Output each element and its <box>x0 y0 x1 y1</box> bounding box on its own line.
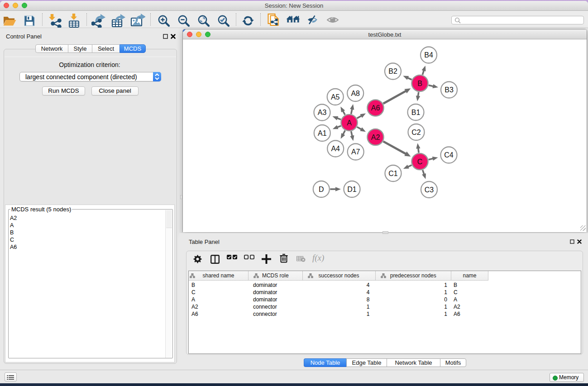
svg-text:A8: A8 <box>351 90 360 97</box>
svg-text:A5: A5 <box>331 93 340 101</box>
svg-text:A1: A1 <box>318 129 327 137</box>
svg-text:A: A <box>347 119 352 127</box>
svg-text:C2: C2 <box>411 129 421 136</box>
svg-text:A2: A2 <box>371 133 380 141</box>
svg-text:C: C <box>417 158 423 166</box>
svg-text:D1: D1 <box>347 186 357 193</box>
svg-text:A3: A3 <box>318 109 327 116</box>
svg-text:B1: B1 <box>411 109 421 116</box>
svg-text:A4: A4 <box>331 145 340 152</box>
svg-text:D: D <box>319 186 324 193</box>
svg-text:B: B <box>417 80 422 87</box>
svg-text:C3: C3 <box>425 186 434 194</box>
svg-text:A7: A7 <box>351 148 360 156</box>
svg-text:B3: B3 <box>445 86 454 94</box>
svg-text:f(x): f(x) <box>312 253 324 263</box>
svg-text:B4: B4 <box>424 51 433 59</box>
svg-text:B2: B2 <box>388 67 397 75</box>
svg-text:C1: C1 <box>388 170 398 177</box>
svg-text:A6: A6 <box>371 104 380 112</box>
svg-text:C4: C4 <box>444 151 454 159</box>
